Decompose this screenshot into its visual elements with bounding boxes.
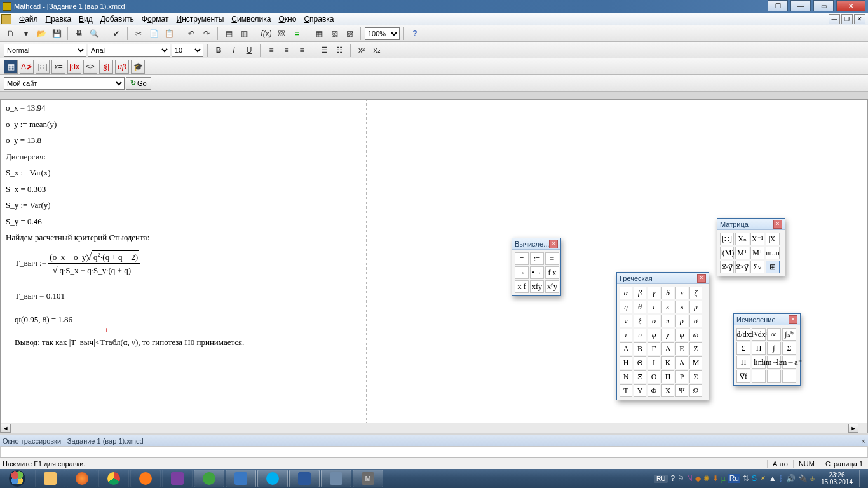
- palette-cell[interactable]: d/dx: [736, 328, 750, 341]
- palette-cell[interactable]: •→: [530, 266, 544, 279]
- palette-cell[interactable]: ρ: [675, 315, 688, 327]
- boolean-palette-button[interactable]: ≤≥: [83, 60, 97, 74]
- superscript-button[interactable]: x²: [355, 43, 369, 57]
- align-left-button[interactable]: ≡: [264, 43, 278, 57]
- tray-flag-icon[interactable]: ⚐: [677, 474, 684, 483]
- palette-cell[interactable]: Δ: [661, 342, 674, 355]
- palette-cell[interactable]: Σ: [736, 342, 750, 355]
- menu-symbolic[interactable]: Символика: [227, 13, 275, 25]
- tray-app-icon[interactable]: N: [687, 474, 693, 483]
- palette-cell[interactable]: Σ: [689, 370, 702, 383]
- palette-cell[interactable]: Ψ: [675, 384, 688, 397]
- tray-skype-icon[interactable]: S: [752, 474, 757, 483]
- subscript-button[interactable]: x₂: [370, 43, 384, 57]
- palette-cell[interactable]: →: [515, 266, 529, 279]
- palette-cell[interactable]: Τ: [620, 384, 632, 397]
- palette-cell[interactable]: η: [620, 301, 632, 313]
- component-button[interactable]: ▦: [312, 27, 326, 41]
- menu-file[interactable]: Файл: [15, 13, 42, 25]
- palette-cell[interactable]: Μ: [689, 356, 702, 369]
- palette-cell[interactable]: Ο: [648, 370, 660, 383]
- palette-cell[interactable]: π: [661, 315, 674, 327]
- menu-edit[interactable]: Правка: [42, 13, 76, 25]
- palette-cell[interactable]: Χ: [661, 384, 674, 397]
- palette-evaluation[interactable]: Вычисле... × =:=≡→•→f xx fxfyxᶠy: [512, 238, 561, 296]
- font-select[interactable]: Arial: [88, 44, 170, 57]
- palette-cell[interactable]: x⃗·y⃗: [720, 261, 734, 273]
- palette-cell[interactable]: Mᵀ: [750, 247, 764, 259]
- print-button[interactable]: 🖶: [72, 27, 86, 41]
- maximize-button[interactable]: ▭: [813, 0, 834, 11]
- palette-cell[interactable]: ο: [648, 315, 660, 327]
- palette-cell[interactable]: =: [515, 252, 529, 265]
- window-dup-icon[interactable]: ❐: [768, 0, 788, 11]
- task-mathcad[interactable]: M: [353, 470, 383, 487]
- task-firefox[interactable]: [67, 470, 97, 487]
- palette-cell[interactable]: θ: [634, 301, 646, 313]
- tray-clock[interactable]: 23:26 15.03.2014: [817, 471, 857, 485]
- matrix-palette-button[interactable]: [∷]: [36, 60, 50, 74]
- save-button[interactable]: 💾: [50, 27, 64, 41]
- tray-ru-icon[interactable]: Ru: [728, 474, 740, 483]
- palette-cell[interactable]: Ζ: [689, 342, 702, 355]
- align-button[interactable]: ▤: [222, 27, 236, 41]
- task-app1[interactable]: [226, 470, 256, 487]
- palette-cell[interactable]: Ρ: [675, 370, 688, 383]
- palette-cell[interactable]: Α: [620, 342, 632, 355]
- task-utorrent[interactable]: [194, 470, 224, 487]
- mdi-restore-button[interactable]: ❐: [841, 14, 853, 24]
- palette-cell[interactable]: ε: [675, 287, 688, 299]
- task-wmp[interactable]: [130, 470, 161, 487]
- palette-cell[interactable]: Π: [736, 356, 750, 369]
- palette-cell[interactable]: κ: [661, 301, 674, 313]
- minimize-button[interactable]: ―: [790, 0, 811, 11]
- italic-button[interactable]: I: [227, 43, 241, 57]
- programming-palette-button[interactable]: §]: [99, 60, 113, 74]
- tray-bt-icon[interactable]: ᛒ: [779, 474, 783, 483]
- tray-wifi-icon[interactable]: ⏚: [810, 474, 815, 483]
- eval-palette-button[interactable]: x=: [51, 60, 65, 74]
- calc-button[interactable]: =: [290, 27, 304, 41]
- palette-cell[interactable]: Κ: [661, 356, 674, 369]
- palette-cell[interactable]: m..n: [766, 247, 780, 259]
- tray-help-icon[interactable]: ?: [670, 474, 675, 483]
- menu-view[interactable]: Вид: [75, 13, 97, 25]
- redo-button[interactable]: ↷: [200, 27, 214, 41]
- palette-cell[interactable]: τ: [620, 329, 632, 341]
- copy-button[interactable]: 📄: [147, 27, 161, 41]
- tray-up-icon[interactable]: ▲: [769, 474, 776, 483]
- tray-vol-icon[interactable]: 🔊: [786, 474, 796, 483]
- new-dropdown-button[interactable]: ▾: [19, 27, 33, 41]
- menu-format[interactable]: Формат: [138, 13, 173, 25]
- palette-cell[interactable]: [∷]: [720, 233, 734, 245]
- greek-palette-button[interactable]: αβ: [115, 60, 129, 74]
- palette-cell[interactable]: γ: [648, 287, 660, 299]
- palette-cell[interactable]: Σv: [750, 261, 764, 273]
- task-skype[interactable]: [257, 470, 288, 487]
- paste-button[interactable]: 📋: [162, 27, 176, 41]
- go-button[interactable]: ↻ Go: [126, 77, 151, 90]
- palette-cell[interactable]: ζ: [689, 287, 702, 299]
- website-select[interactable]: Мой сайт: [4, 77, 125, 90]
- tray-dl-icon[interactable]: ⬇: [712, 474, 719, 483]
- palette-cell[interactable]: Σ: [782, 342, 796, 355]
- palette-cell[interactable]: Ι: [648, 356, 660, 369]
- palette-evaluation-close-button[interactable]: ×: [549, 240, 558, 248]
- palette-cell[interactable]: ω: [689, 329, 702, 341]
- tray-ut-icon[interactable]: µ: [721, 474, 726, 483]
- palette-cell[interactable]: Λ: [675, 356, 688, 369]
- undo-button[interactable]: ↶: [184, 27, 198, 41]
- tray-language[interactable]: RU: [654, 475, 668, 483]
- tray-shield-icon[interactable]: ◆: [695, 474, 701, 483]
- fx-button[interactable]: f(x): [259, 27, 273, 41]
- open-button[interactable]: 📂: [34, 27, 48, 41]
- align-right-button[interactable]: ≡: [295, 43, 309, 57]
- bullets-button[interactable]: ☰: [317, 43, 331, 57]
- align-center-button[interactable]: ≡: [280, 43, 294, 57]
- mdi-minimize-button[interactable]: ―: [829, 14, 840, 24]
- graph-palette-button[interactable]: A≯: [20, 60, 34, 74]
- mdi-close-button[interactable]: ✕: [854, 14, 865, 24]
- palette-cell[interactable]: ν: [620, 315, 632, 327]
- palette-cell[interactable]: ξ: [634, 315, 646, 327]
- menu-window[interactable]: Окно: [275, 13, 301, 25]
